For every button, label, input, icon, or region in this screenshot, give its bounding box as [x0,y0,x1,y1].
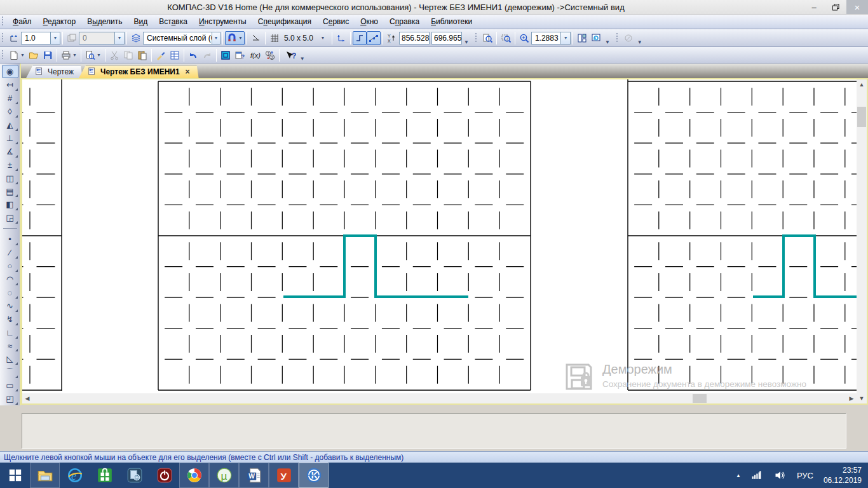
insert-view-tool-icon[interactable]: ◲ [2,211,18,224]
menu-item-select[interactable]: Выделить [81,16,128,27]
rectangle-tool-icon[interactable]: ▭ [2,379,18,392]
menu-item-service[interactable]: Сервис [317,16,355,27]
fx-icon[interactable]: f(x) [247,48,263,62]
designations-construction-tool-icon[interactable]: ◊ [2,105,18,118]
menu-item-insert[interactable]: Вставка [153,16,193,27]
designations-tool-icon[interactable]: # [2,92,18,105]
language-indicator[interactable]: РУС [797,471,813,480]
x-coordinate-field[interactable]: 856.528 [399,32,430,44]
scroll-up-icon[interactable]: ▲ [857,79,867,90]
menu-item-file[interactable]: Файл [7,16,37,27]
polyline-tool-icon[interactable]: ∟ [2,326,18,339]
open-folder-icon[interactable] [27,48,41,62]
tab-close-icon[interactable]: × [186,67,190,76]
toolbar-grip[interactable] [475,33,478,43]
format-brush-icon[interactable] [154,48,168,62]
ortho-icon[interactable] [353,31,367,45]
variables-icon[interactable]: 12 [263,48,277,62]
standard-overflow[interactable]: ▼ [298,56,307,62]
spline-tool-icon[interactable]: ∿ [2,299,18,313]
bezier-tool-icon[interactable]: ≈ [2,339,18,353]
collect-contour-tool-icon[interactable]: ◰ [2,392,18,405]
angle-snap-icon[interactable] [249,31,263,45]
restore-button[interactable] [825,0,846,14]
v-scroll-thumb[interactable] [857,107,866,127]
zoom-doc-icon[interactable] [480,31,494,45]
undo-icon[interactable] [186,48,200,62]
scroll-down-icon[interactable]: ▼ [857,393,867,403]
arc-tool-icon[interactable]: ◠ [2,273,18,286]
fillet-tool-icon[interactable]: ⌒ [2,365,18,379]
zoom-group-overflow[interactable]: ▼ [603,39,612,45]
network-bars-icon[interactable] [751,469,764,482]
scroll-right-icon[interactable]: ▶ [846,393,857,403]
menu-item-help[interactable]: Справка [384,16,425,27]
ellipse-tool-icon[interactable]: ◌ [2,286,18,299]
chamfer-tool-icon[interactable]: ◺ [2,352,18,365]
hidden-icons-chevron[interactable]: ▲ [736,473,741,478]
coords-overflow[interactable]: ▼ [462,39,471,45]
toolbar-grip[interactable] [1,17,4,27]
chrome-button[interactable] [179,463,209,488]
close-button[interactable]: × [846,0,868,14]
scroll-left-icon[interactable]: ◀ [22,393,32,403]
step-combo[interactable]: 1.0▼ [21,32,60,44]
geometry-tool-icon[interactable]: ◉ [2,65,18,78]
windows-store-button[interactable] [90,463,119,488]
doc-tree-icon[interactable] [575,31,589,45]
menu-item-libraries[interactable]: Библиотеки [425,16,478,27]
menu-item-tools[interactable]: Инструменты [193,16,252,27]
document-tab-2[interactable]: Чертеж БЕЗ ИМЕНИ1× [79,65,199,78]
toolbar-grip[interactable] [1,33,4,43]
speaker-icon[interactable] [774,469,787,482]
menu-item-specification[interactable]: Спецификация [252,16,317,27]
toolbar-grip[interactable] [616,33,619,43]
report-tool-icon[interactable]: ◧ [2,198,18,211]
lightning-tool-icon[interactable]: ↯ [2,313,18,326]
help-cursor-icon[interactable]: ? [281,48,298,62]
print-preview-icon[interactable]: ▼ [83,48,103,62]
properties-icon[interactable] [168,48,182,62]
specification-tool-icon[interactable]: ▤ [2,185,18,198]
zoom-in-icon[interactable] [517,31,531,45]
clock[interactable]: 23:5706.12.2019 [824,465,862,485]
paste-icon[interactable] [135,48,149,62]
dimension-style-icon[interactable] [7,31,21,45]
print-icon[interactable]: ▼ [59,48,79,62]
vertical-scrollbar[interactable]: ▲ ▼ [857,79,867,403]
local-cs-icon[interactable] [334,31,348,45]
horizontal-scrollbar[interactable]: ◀ ▶ [22,393,857,403]
view-tool-icon[interactable]: ◫ [2,172,18,185]
snap-points-icon[interactable] [367,31,381,45]
drawing-canvas[interactable]: Деморежим Сохранение документа в демореж… [22,79,857,393]
zoom-area-icon[interactable] [499,31,513,45]
document-tab-1[interactable]: Чертеж [26,65,83,78]
h-scroll-thumb[interactable] [693,394,707,403]
power-tool-button[interactable] [149,463,179,488]
editing-tool-icon[interactable]: ◭ [2,118,18,132]
parameterization-tool-icon[interactable]: ⊥ [2,132,18,145]
layers-icon[interactable] [129,31,143,45]
show-doc-window-icon[interactable] [219,48,233,62]
utorrent-button[interactable]: µ [209,463,239,488]
settings-tool-button[interactable] [119,463,149,488]
state-group-overflow[interactable]: ▼ [635,39,644,45]
magnet-snap-icon[interactable]: ▼ [225,31,245,45]
start-button[interactable] [0,463,30,488]
new-doc-icon[interactable]: ▼ [7,48,27,62]
grid-icon[interactable] [268,31,281,45]
y-coordinate-field[interactable]: 696.965 [431,32,462,44]
menu-item-window[interactable]: Окно [355,16,384,27]
task-window-icon[interactable]: ? [233,48,247,62]
zoom-combo[interactable]: 1.2883▼ [531,32,571,44]
orange-app-button[interactable]: У [269,463,299,488]
menu-item-view[interactable]: Вид [128,16,154,27]
minimize-button[interactable]: – [803,0,825,14]
explorer-button[interactable] [30,463,60,488]
selection-tool-icon[interactable]: ± [2,158,18,172]
circle-tool-icon[interactable]: ○ [2,259,18,273]
point-tool-icon[interactable]: • [2,233,18,246]
layer-combo[interactable]: Системный слой (0)▼ [143,32,220,44]
menu-item-editor[interactable]: Редактор [37,16,82,27]
measure-tool-icon[interactable]: ∡ [2,145,18,158]
